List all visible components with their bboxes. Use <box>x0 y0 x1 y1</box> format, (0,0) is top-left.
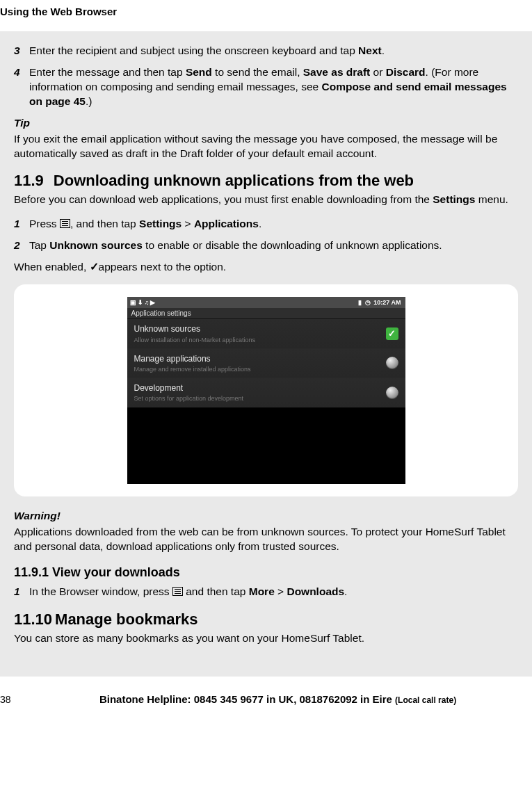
tip-text: If you exit the email application withou… <box>14 132 518 161</box>
warning-text: Applications downloaded from the web can… <box>14 525 518 554</box>
settings-row-unknown-sources[interactable]: Unknown sources Allow installation of no… <box>127 319 405 348</box>
section-title: Downloading unknown applications from th… <box>54 172 414 189</box>
step-num: 1 <box>14 585 29 599</box>
row-title: Manage applications <box>134 353 251 364</box>
page-footer: 38 Binatone Helpline: 0845 345 9677 in U… <box>0 677 532 712</box>
warning-label: Warning! <box>14 509 518 524</box>
section-11-9-1-heading: 11.9.1 View your downloads <box>14 564 518 581</box>
status-time: 10:27 AM <box>373 298 401 307</box>
t: More <box>249 585 275 597</box>
settings-row-development[interactable]: Development Set options for application … <box>127 378 405 407</box>
t: Tap <box>29 239 49 251</box>
row-subtitle: Manage and remove installed applications <box>134 365 251 373</box>
screenshot-card: ▣⬇♫▶ ▮ ◷ 10:27 AM Application settings U… <box>14 284 518 496</box>
section-11-10-intro: You can store as many bookmarks as you w… <box>14 631 518 646</box>
checkbox-checked-icon[interactable]: ✓ <box>386 327 398 340</box>
t: Settings <box>433 193 475 205</box>
disclosure-icon <box>386 387 398 399</box>
t: Unknown sources <box>49 239 143 251</box>
t: . <box>382 44 385 56</box>
t: Enter the message and then tap <box>29 66 186 78</box>
t: Applications <box>194 218 259 229</box>
section-num: 11.9 <box>14 170 44 191</box>
section-11-9-intro: Before you can download web applications… <box>14 193 518 207</box>
step-11-9-2: 2 Tap Unknown sources to enable or disab… <box>14 238 518 253</box>
step-body: Press , and then tap Settings > Applicat… <box>29 217 518 232</box>
helpline-text: Binatone Helpline: 0845 345 9677 in UK, … <box>28 693 528 705</box>
t: or <box>370 66 385 78</box>
row-title: Unknown sources <box>134 323 256 334</box>
t: . <box>259 218 261 229</box>
status-bar: ▣⬇♫▶ ▮ ◷ 10:27 AM <box>127 297 405 308</box>
step-4: 4 Enter the message and then tap Send to… <box>14 65 518 109</box>
step-3: 3 Enter the recipient and subject using … <box>14 44 518 58</box>
t: Enter the recipient and subject using th… <box>29 44 358 56</box>
row-subtitle: Allow installation of non-Market applica… <box>134 336 256 344</box>
section-num: 11.10 <box>14 609 52 630</box>
step-body: Enter the recipient and subject using th… <box>29 44 518 58</box>
t: Before you can download web applications… <box>14 193 433 205</box>
row-subtitle: Set options for application development <box>134 394 244 403</box>
t: Save as draft <box>303 66 371 78</box>
step-11-9-1: 1 Press , and then tap Settings > Applic… <box>14 217 518 232</box>
t: Downloads <box>287 585 344 597</box>
t: Press <box>29 218 60 229</box>
t: and then tap <box>183 585 249 597</box>
t: , and then tap <box>70 218 139 229</box>
t: When enabled, <box>14 261 90 273</box>
enabled-note: When enabled, ✓appears next to the optio… <box>14 260 518 275</box>
section-title: Manage bookmarks <box>55 610 198 628</box>
step-body: Enter the message and then tap Send to s… <box>29 65 518 109</box>
screen-title: Application settings <box>127 308 405 320</box>
t: . <box>344 585 347 597</box>
t: to enable or disable the downloading of … <box>143 239 442 251</box>
row-title: Development <box>134 382 244 394</box>
clock-icon: ◷ <box>365 298 371 307</box>
status-right-icons: ▮ ◷ 10:27 AM <box>358 298 402 307</box>
status-icon: ▶ <box>150 298 155 307</box>
menu-icon <box>60 219 70 228</box>
step-body: In the Browser window, press and then ta… <box>29 585 518 599</box>
step-num: 2 <box>14 238 29 253</box>
menu-icon <box>172 587 183 596</box>
t: Settings <box>139 218 182 229</box>
step-body: Tap Unknown sources to enable or disable… <box>29 238 518 253</box>
t: > <box>182 218 194 229</box>
section-11-9-heading: 11.9Downloading unknown applications fro… <box>14 170 518 191</box>
status-icon: ▣ <box>130 298 136 307</box>
t: appears next to the option. <box>99 261 227 273</box>
device-blank-area <box>127 407 405 484</box>
t: Send <box>186 66 212 78</box>
device-screenshot: ▣⬇♫▶ ▮ ◷ 10:27 AM Application settings U… <box>127 297 405 484</box>
t: Next <box>358 44 382 56</box>
status-left-icons: ▣⬇♫▶ <box>130 298 157 307</box>
battery-icon: ▮ <box>358 298 362 307</box>
disclosure-icon <box>386 357 398 369</box>
step-num: 4 <box>14 65 29 109</box>
t: (Local call rate) <box>395 695 456 705</box>
settings-row-manage-apps[interactable]: Manage applications Manage and remove in… <box>127 349 405 378</box>
section-11-10-heading: 11.10Manage bookmarks <box>14 609 518 630</box>
t: In the Browser window, press <box>29 585 172 597</box>
tip-label: Tip <box>14 116 518 131</box>
status-icon: ⬇ <box>138 298 143 307</box>
page-number: 38 <box>0 694 28 705</box>
t: > <box>275 585 287 597</box>
chapter-title: Using the Web Browser <box>0 6 532 17</box>
check-icon: ✓ <box>90 261 99 273</box>
step-num: 3 <box>14 44 29 58</box>
step-num: 1 <box>14 217 29 232</box>
t: menu. <box>475 193 508 205</box>
t: Binatone Helpline: 0845 345 9677 in UK, … <box>99 693 395 705</box>
status-icon: ♫ <box>145 298 150 307</box>
step-11-9-1-1: 1 In the Browser window, press and then … <box>14 585 518 599</box>
t: to send the email, <box>212 66 303 78</box>
t: .) <box>86 95 92 107</box>
t: Discard <box>386 66 426 78</box>
